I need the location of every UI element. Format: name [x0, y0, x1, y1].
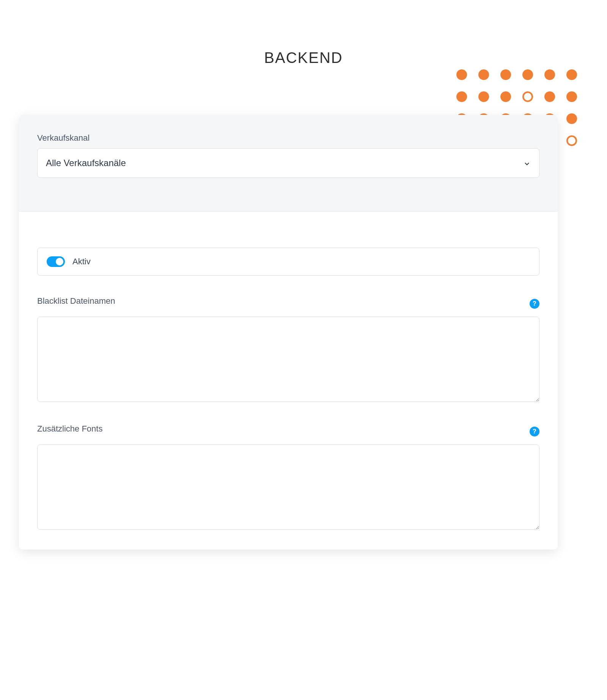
toggle-knob — [56, 258, 63, 265]
fonts-label: Zusätzliche Fonts — [37, 424, 102, 434]
decorative-dot — [566, 113, 577, 124]
active-toggle[interactable] — [47, 256, 65, 267]
decorative-dot — [500, 91, 511, 102]
decorative-dot — [544, 69, 555, 80]
fonts-textarea[interactable] — [37, 444, 539, 530]
card-header: Verkaufskanal Alle Verkaufskanäle — [19, 115, 558, 212]
active-toggle-label: Aktiv — [72, 257, 91, 267]
chevron-down-icon — [523, 159, 531, 167]
help-icon[interactable]: ? — [530, 427, 539, 436]
card-body: Aktiv Blacklist Dateinamen ? Zusätzliche… — [19, 212, 558, 549]
decorative-dot — [544, 91, 555, 102]
active-toggle-row: Aktiv — [37, 248, 539, 276]
decorative-dot — [566, 69, 577, 80]
decorative-dot — [566, 91, 577, 102]
sales-channel-label: Verkaufskanal — [37, 133, 539, 143]
page-title: BACKEND — [0, 0, 607, 66]
blacklist-textarea[interactable] — [37, 317, 539, 402]
decorative-dot — [522, 91, 533, 102]
help-icon[interactable]: ? — [530, 299, 539, 309]
settings-card: Verkaufskanal Alle Verkaufskanäle Aktiv … — [19, 115, 558, 549]
decorative-dot — [500, 69, 511, 80]
decorative-dot — [522, 69, 533, 80]
blacklist-field-group: Blacklist Dateinamen ? — [37, 296, 539, 403]
sales-channel-select[interactable]: Alle Verkaufskanäle — [37, 148, 539, 178]
decorative-dot — [478, 91, 489, 102]
decorative-dot — [566, 135, 577, 146]
decorative-dot — [478, 69, 489, 80]
decorative-dot — [456, 91, 467, 102]
fonts-field-group: Zusätzliche Fonts ? — [37, 424, 539, 531]
blacklist-label: Blacklist Dateinamen — [37, 296, 115, 306]
sales-channel-selected-value: Alle Verkaufskanäle — [46, 158, 126, 168]
decorative-dot — [456, 69, 467, 80]
